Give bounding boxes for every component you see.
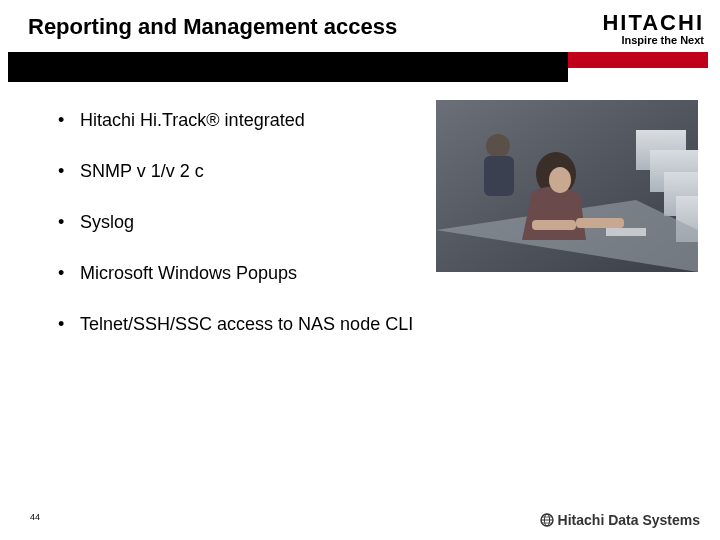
brand-name: HITACHI <box>602 10 704 36</box>
list-item: Telnet/SSH/SSC access to NAS node CLI <box>54 314 700 335</box>
header-red-tab <box>568 52 708 68</box>
header-black-bar <box>8 52 568 82</box>
list-item: Syslog <box>54 212 700 233</box>
slide-number: 44 <box>30 512 40 522</box>
slide-title: Reporting and Management access <box>28 14 397 40</box>
footer-brand-text: Hitachi Data Systems <box>558 512 700 528</box>
footer-brand: Hitachi Data Systems <box>540 512 700 528</box>
globe-icon <box>540 513 554 527</box>
list-item: Hitachi Hi.Track® integrated <box>54 110 700 131</box>
bullet-list: Hitachi Hi.Track® integrated SNMP v 1/v … <box>54 110 700 335</box>
list-item: Microsoft Windows Popups <box>54 263 700 284</box>
slide-content: Hitachi Hi.Track® integrated SNMP v 1/v … <box>54 110 700 365</box>
brand-logo: HITACHI Inspire the Next <box>602 10 704 46</box>
list-item: SNMP v 1/v 2 c <box>54 161 700 182</box>
slide-header: Reporting and Management access HITACHI … <box>0 0 720 82</box>
